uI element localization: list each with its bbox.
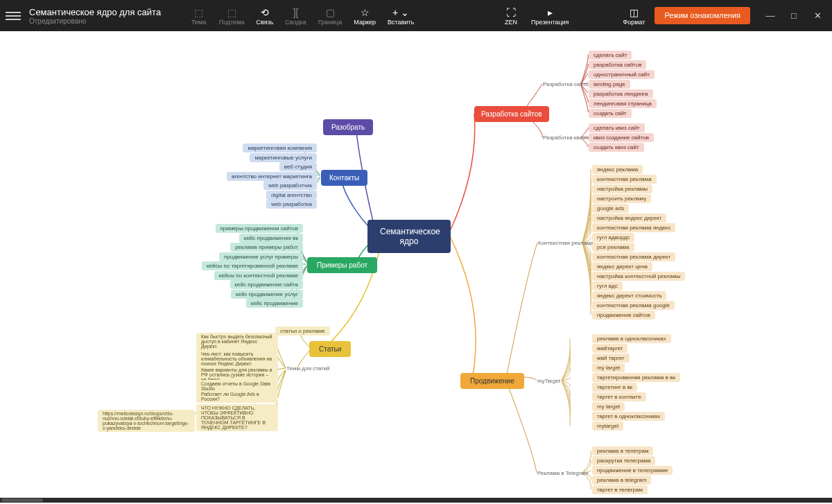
node-primery[interactable]: Примеры работ [307, 257, 377, 273]
file-title: Семантическое ядро для сайта [29, 7, 161, 17]
leaf-item[interactable]: my target [592, 402, 625, 411]
leaf-item[interactable]: маркетинговая компания [243, 144, 317, 153]
mode-button[interactable]: Режим ознакомления [655, 7, 750, 24]
leaf-item[interactable]: контекстная реклама [592, 175, 657, 184]
sub-razrabotka1[interactable]: Разработка сайтов [543, 81, 591, 87]
leaf-item[interactable]: landing page [589, 80, 630, 89]
leaf-item[interactable]: digital агентство [266, 191, 317, 200]
leaf-item[interactable]: таргет в контакте [592, 392, 646, 401]
leaf-item[interactable]: яндекс реклама [592, 165, 643, 174]
leaf-item[interactable]: лендинговая страница [589, 99, 657, 108]
leaf-item[interactable]: таргет в одноклассниках [592, 412, 665, 421]
minimize-icon[interactable]: — [761, 7, 779, 25]
leaf-item[interactable]: создать квиз сайт [589, 143, 644, 152]
maximize-icon[interactable]: □ [785, 7, 803, 25]
leaf-item[interactable]: рся реклама [592, 243, 634, 252]
leaf-item[interactable]: таргет в телеграм [592, 485, 648, 494]
vstavit-icon: + ⌄ [392, 6, 409, 19]
hamburger-icon[interactable] [6, 12, 21, 20]
leaf-item[interactable]: агентство интернет маркетинга [227, 172, 317, 181]
leaf-item[interactable]: google ads [592, 204, 629, 213]
node-razobrat[interactable]: Разобрать [323, 119, 373, 135]
file-status: Отредактировано [29, 17, 161, 25]
leaf-item[interactable]: гугл адвордс [592, 233, 634, 242]
tool-svyaz[interactable]: ⟲Связь [250, 4, 279, 28]
format-icon: ◫ [630, 6, 639, 19]
leaf-stati-url[interactable]: https://mellodesign.ru/blogs/chto-nuzhno… [98, 410, 195, 432]
leaf-item[interactable]: mytarget [592, 422, 623, 431]
tool-vstavit[interactable]: + ⌄Вставить [382, 4, 419, 28]
leaf-item[interactable]: раскрутка телеграма [592, 456, 655, 465]
leaf-item[interactable]: реклама в одноклассниках [592, 334, 671, 343]
scrollbar-horizontal[interactable] [0, 498, 832, 503]
leaf-item[interactable]: гугл адс [592, 281, 623, 290]
leaf-item[interactable]: квиз создание сайтов [589, 133, 654, 142]
leaf-item[interactable]: настройка рекламы [592, 184, 652, 193]
leaf-item[interactable]: создать сайт [589, 109, 632, 118]
leaf-item[interactable]: маркетинговые услуги [250, 153, 317, 162]
toolbar-view: ⛶ZEN ▸Презентация [497, 4, 574, 28]
tool-granitsa[interactable]: ▢Граница [313, 4, 348, 28]
sub-prod1[interactable]: Контекстная реклама [538, 240, 593, 246]
leaf-item[interactable]: реклама в телеграм [592, 446, 653, 455]
leaf-item[interactable]: кейсы по таргетированной рекламе [202, 261, 303, 270]
leaf-item[interactable]: яндекс директ цена [592, 262, 652, 271]
leaf-item[interactable]: веб студия [279, 162, 317, 171]
leaf-item[interactable]: my target [592, 363, 625, 372]
tool-prezent[interactable]: ▸Презентация [526, 4, 574, 28]
leaf-item[interactable]: яндекс директ стоимость [592, 291, 666, 300]
leaf-item[interactable]: контекстная реклама google [592, 301, 675, 310]
leaf-item[interactable]: кейс продвижение сайта [230, 280, 303, 289]
leaf-item[interactable]: реклама примеры работ [230, 243, 303, 252]
sub-prod3[interactable]: Реклама в Telegram [537, 470, 589, 476]
close-icon[interactable]: ✕ [808, 7, 826, 25]
leaf-item[interactable]: кейс продвижения вк [239, 234, 303, 243]
leaf-item[interactable]: таргетированная реклама в вк [592, 373, 680, 382]
leaf-item[interactable]: сделать квиз сайт [589, 123, 645, 132]
leaf-item[interactable]: контекстная реклама директ [592, 252, 675, 261]
leaf-item[interactable]: продвижение сайтов [592, 311, 655, 320]
sub-stati[interactable]: Темы для статей [286, 365, 330, 372]
tool-podtema[interactable]: ⬚Подтема [214, 4, 250, 28]
leaf-item[interactable]: майтаргет [592, 344, 627, 353]
leaf-item[interactable]: настроить рекламу [592, 194, 651, 203]
leaf-item[interactable]: таргетинг в вк [592, 383, 637, 392]
leaf-item[interactable]: продвижение услуг примеры [219, 252, 303, 261]
leaf-item[interactable]: одностраничный сайт [589, 70, 655, 79]
leaf-item[interactable]: Как быстро выдать безопасный доступ в ка… [196, 333, 278, 350]
leaf-item[interactable]: Работает ли Google Ads в России? [196, 390, 278, 403]
tool-svodka[interactable]: ][Сводка [279, 4, 311, 28]
leaf-item[interactable]: примеры продвижения сайтов [216, 224, 304, 233]
sub-prod2[interactable]: myTarget [537, 378, 560, 384]
podtema-icon: ⬚ [227, 6, 236, 19]
sub-razrabotka2[interactable]: Разработка квизов [543, 134, 591, 141]
leaf-item[interactable]: реклама в telegram [592, 476, 651, 485]
leaf-item[interactable]: кейс продвижение услуг [231, 290, 303, 299]
tool-format[interactable]: ◫Формат [617, 4, 650, 28]
leaf-item[interactable]: web разработчик [263, 181, 317, 190]
leaf-item[interactable]: кейсы по контекстной рекламе [214, 271, 303, 280]
leaf-item[interactable]: web разработка [266, 200, 317, 209]
node-stati[interactable]: Статьи [309, 341, 351, 357]
leaf-item[interactable]: май таргет [592, 354, 630, 363]
leaf-stati-top[interactable]: статьи о рекламе [275, 327, 330, 336]
tool-zen[interactable]: ⛶ZEN [497, 4, 525, 28]
mindmap-canvas[interactable]: Семантическое ядро Разобрать Контакты ма… [0, 31, 832, 503]
leaf-item[interactable]: разработка лендинга [589, 89, 653, 98]
tool-tema[interactable]: ⬚Тема [185, 4, 213, 28]
leaf-item[interactable]: настройка яндекс директ [592, 214, 666, 223]
leaf-item[interactable]: Чек-лист: как повысить кликабельность об… [196, 350, 278, 367]
leaf-item[interactable]: контекстная реклама яндекс [592, 223, 675, 232]
node-razrabotka[interactable]: Разработка сайтов [474, 106, 549, 122]
leaf-item[interactable]: продвижение в телеграмме [592, 466, 673, 475]
leaf-item[interactable]: настройка контекстной рекламы [592, 272, 685, 281]
node-kontakty[interactable]: Контакты [321, 170, 367, 186]
leaf-item[interactable]: кейс продвижение [246, 299, 303, 308]
leaf-item[interactable]: разработка сайтов [589, 60, 646, 69]
scroll-thumb[interactable] [1, 498, 43, 502]
node-prodvizhenie[interactable]: Продвижение [460, 373, 524, 389]
leaf-item[interactable]: сделать сайт [589, 51, 632, 60]
tool-marker[interactable]: ☆Маркер [348, 4, 381, 28]
central-node[interactable]: Семантическое ядро [367, 220, 451, 253]
leaf-item[interactable]: ЧТО НУЖНО СДЕЛАТЬ, ЧТОБЫ ЭФФЕКТИВНО ПОКА… [196, 404, 278, 431]
